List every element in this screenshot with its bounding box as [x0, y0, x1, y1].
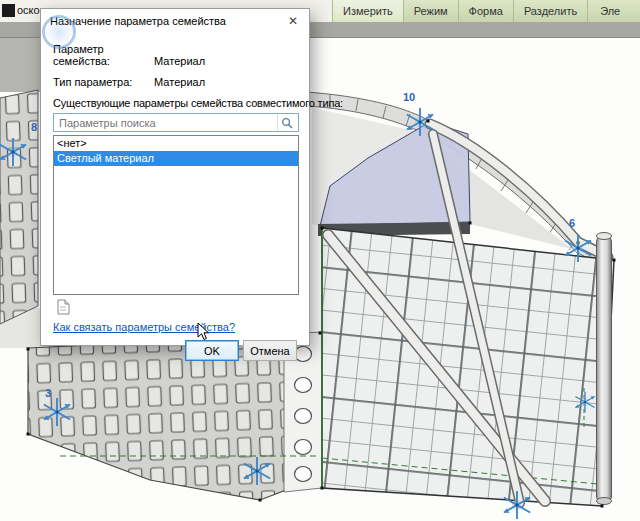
parameter-list[interactable]: <нет> Светлый материал	[53, 135, 299, 295]
point-label-10: 10	[403, 91, 415, 103]
family-parameter-dialog: Назначение параметра семейства ✕ Парамет…	[40, 8, 310, 346]
tab-element[interactable]: Эле	[587, 0, 640, 22]
dialog-title: Назначение параметра семейства	[41, 15, 277, 27]
family-param-value: Материал	[154, 55, 205, 67]
list-item[interactable]: <нет>	[54, 136, 298, 151]
help-link[interactable]: Как связать параметры семейства?	[53, 321, 297, 333]
family-param-label: Параметр семейства:	[53, 43, 151, 67]
dialog-body: Параметр семейства: Материал Тип парамет…	[41, 33, 309, 361]
canvas-gray-corner	[0, 38, 40, 92]
app-icon[interactable]	[2, 4, 15, 17]
new-parameter-icon[interactable]	[57, 299, 297, 316]
dialog-titlebar[interactable]: Назначение параметра семейства ✕	[41, 9, 309, 33]
tab-divide[interactable]: Разделить	[513, 0, 587, 22]
ok-button[interactable]: OK	[185, 340, 239, 361]
cancel-button[interactable]: Отмена	[243, 340, 297, 361]
point-label-3: 3	[45, 387, 51, 399]
existing-params-label: Существующие параметры семейства совмест…	[53, 97, 297, 109]
param-type-label: Тип параметра:	[53, 76, 151, 88]
tab-measure[interactable]: Измерить	[332, 0, 403, 22]
tab-form[interactable]: Форма	[458, 0, 513, 22]
tab-mode[interactable]: Режим	[403, 0, 458, 22]
corner-column[interactable]	[597, 233, 612, 505]
list-item-selected[interactable]: Светлый материал	[54, 151, 298, 166]
close-icon[interactable]: ✕	[277, 9, 309, 33]
search-icon	[277, 114, 296, 131]
point-label-8: 8	[31, 121, 37, 133]
param-type-value: Материал	[154, 76, 205, 88]
contextual-tabs: Измерить Режим Форма Разделить Эле	[332, 0, 640, 22]
parameter-search-input[interactable]	[53, 113, 299, 132]
point-label-6: 6	[569, 217, 575, 229]
revit-window: оскость Измерить Режим Форма Разделить Э…	[0, 0, 640, 521]
